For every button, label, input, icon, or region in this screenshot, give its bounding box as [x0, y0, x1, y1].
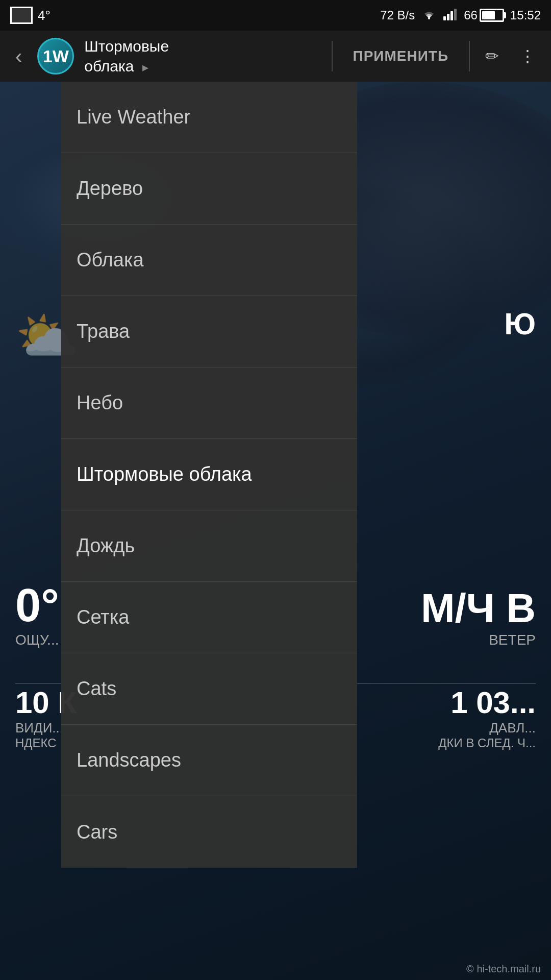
partial-text-right: ю: [504, 306, 536, 341]
svg-rect-2: [447, 14, 449, 20]
wind-label: ВЕТЕР: [421, 632, 536, 648]
pressure-value: 1 03...: [438, 685, 536, 720]
more-button[interactable]: ⋮: [514, 41, 541, 71]
wind-speed-value: М/Ч В: [421, 585, 536, 632]
weather-pressure: 1 03... ДАВЛ... ДКИ В СЛЕД. Ч...: [438, 685, 536, 750]
copyright: © hi-tech.mail.ru: [466, 963, 541, 975]
menu-item-nebo[interactable]: Небо: [61, 368, 357, 439]
edit-button[interactable]: ✏: [480, 41, 504, 71]
app-icon: 1W: [37, 38, 74, 75]
menu-item-label-setka: Сетка: [77, 606, 129, 628]
screen-icon: [10, 7, 33, 24]
apply-button[interactable]: ПРИМЕНИТЬ: [343, 43, 459, 69]
status-bar: 4° 72 B/s 66 15:52: [0, 0, 551, 31]
menu-item-label-cats: Cats: [77, 678, 116, 700]
next-hours-label: ДКИ В СЛЕД. Ч...: [438, 736, 536, 750]
svg-rect-4: [454, 9, 457, 20]
menu-item-shtormovye[interactable]: Штормовые облака: [61, 439, 357, 510]
weather-temp: 0° ОЩУ...: [15, 579, 59, 648]
dropdown-menu: Live Weather Дерево Облака Трава Небо Шт…: [61, 82, 357, 868]
dropdown-arrow: ▸: [142, 60, 148, 74]
menu-item-label-nebo: Небо: [77, 392, 123, 414]
toolbar-divider: [332, 41, 333, 71]
menu-item-label-shtormovye: Штормовые облака: [77, 463, 252, 485]
back-button[interactable]: ‹: [10, 40, 27, 73]
pressure-label: ДАВЛ...: [438, 720, 536, 736]
menu-item-cats[interactable]: Cats: [61, 653, 357, 725]
menu-item-cars[interactable]: Cars: [61, 796, 357, 868]
menu-item-label-live-weather: Live Weather: [77, 106, 190, 128]
menu-item-label-dozhd: Дождь: [77, 535, 135, 557]
menu-item-label-cars: Cars: [77, 821, 117, 843]
wifi-icon: [421, 7, 437, 23]
status-right: 72 B/s 66 15:52: [380, 7, 541, 23]
menu-item-label-trava: Трава: [77, 321, 130, 342]
weather-wind: М/Ч В ВЕТЕР: [421, 585, 536, 648]
svg-point-0: [428, 17, 430, 19]
svg-rect-3: [450, 11, 453, 20]
menu-item-derevo[interactable]: Дерево: [61, 153, 357, 225]
toolbar-divider-2: [469, 41, 470, 71]
battery-percent: 66: [464, 8, 478, 22]
menu-item-setka[interactable]: Сетка: [61, 582, 357, 653]
signal-icon: [443, 7, 458, 23]
menu-item-label-landscapes: Landscapes: [77, 749, 181, 771]
main-content: ⛅ ю 0° ОЩУ... М/Ч В ВЕТЕР 10 К ВИДИ... Н…: [0, 82, 551, 980]
toolbar: ‹ 1W Штормовыеоблака ▸ ПРИМЕНИТЬ ✏ ⋮: [0, 31, 551, 82]
menu-item-landscapes[interactable]: Landscapes: [61, 725, 357, 796]
status-time: 15:52: [510, 8, 541, 22]
menu-item-label-derevo: Дерево: [77, 178, 143, 200]
toolbar-title: Штормовыеоблака ▸: [84, 36, 321, 76]
temp-main-value: 0°: [15, 579, 59, 632]
battery-icon: [480, 9, 504, 22]
battery-indicator: 66: [464, 8, 504, 22]
status-left: 4°: [10, 7, 51, 24]
menu-item-oblaka[interactable]: Облака: [61, 225, 357, 296]
menu-item-live-weather[interactable]: Live Weather: [61, 82, 357, 153]
menu-item-trava[interactable]: Трава: [61, 296, 357, 368]
menu-item-dozhd[interactable]: Дождь: [61, 510, 357, 582]
svg-rect-1: [443, 16, 446, 20]
feels-label: ОЩУ...: [15, 632, 59, 648]
menu-item-label-oblaka: Облака: [77, 249, 144, 271]
status-temperature: 4°: [38, 8, 51, 23]
network-speed: 72 B/s: [380, 8, 415, 22]
